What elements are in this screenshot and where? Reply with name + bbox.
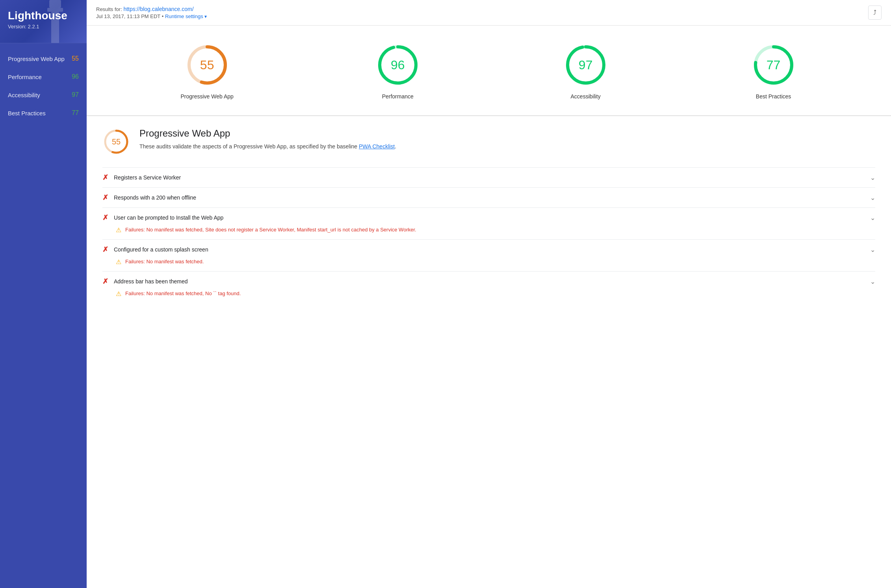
nav-item-label: Progressive Web App <box>8 55 65 62</box>
audit-title: Registers a Service Worker <box>114 174 181 181</box>
audit-left: ✗ Address bar has been themed <box>102 277 188 286</box>
pwa-description: These audits validate the aspects of a P… <box>139 142 396 151</box>
main-content: Results for: https://blog.calebnance.com… <box>87 0 891 588</box>
nav-item-score: 97 <box>72 91 79 98</box>
audit-row[interactable]: ✗ Address bar has been themed ⌄ <box>102 277 875 286</box>
pwa-section: 55 Progressive Web App These audits vali… <box>87 116 891 315</box>
warning-icon: ⚠ <box>116 290 121 298</box>
pwa-title-area: Progressive Web App These audits validat… <box>139 128 396 151</box>
audit-list: ✗ Registers a Service Worker ⌄ ✗ Respond… <box>102 167 875 303</box>
pwa-desc-text: These audits validate the aspects of a P… <box>139 143 357 150</box>
runtime-settings-link[interactable]: Runtime settings <box>165 13 203 19</box>
gauge-label: Best Practices <box>756 93 791 100</box>
header-date: Jul 13, 2017, 11:13 PM EDT <box>96 13 160 19</box>
share-icon: ⤴ <box>873 9 876 16</box>
chevron-down-icon: ⌄ <box>870 214 875 222</box>
nav-item-label: Accessibility <box>8 92 40 98</box>
failure-text: Failures: No manifest was fetched, Site … <box>125 226 416 234</box>
pwa-desc-end: . <box>395 143 396 150</box>
gauge-item: 97 Accessibility <box>562 41 609 100</box>
audit-left: ✗ Configured for a custom splash screen <box>102 245 208 254</box>
gauge-circle: 96 <box>374 41 421 89</box>
audit-item: ✗ Configured for a custom splash screen … <box>102 239 875 271</box>
audit-details: ⚠ Failures: No manifest was fetched. <box>116 258 875 266</box>
gauge-circle: 77 <box>750 41 797 89</box>
audit-left: ✗ Responds with a 200 when offline <box>102 193 196 202</box>
audit-left: ✗ Registers a Service Worker <box>102 173 181 182</box>
gauge-circle: 55 <box>184 41 231 89</box>
pwa-header: 55 Progressive Web App These audits vali… <box>102 128 875 155</box>
sidebar-header: Lighthouse Version: 2.2.1 <box>0 0 87 43</box>
gauge-score: 55 <box>200 58 214 72</box>
gauge-item: 55 Progressive Web App <box>180 41 233 100</box>
failure-text: Failures: No manifest was fetched. <box>125 258 204 266</box>
warning-icon: ⚠ <box>116 226 121 234</box>
gauge-circle: 97 <box>562 41 609 89</box>
sidebar: Lighthouse Version: 2.2.1 Progressive We… <box>0 0 87 588</box>
results-for-label: Results for: <box>96 6 122 12</box>
audit-title: Address bar has been themed <box>114 278 188 285</box>
sidebar-nav-item[interactable]: Performance96 <box>0 68 87 86</box>
header-separator: • <box>162 13 164 19</box>
pwa-mini-score: 55 <box>112 137 121 146</box>
header-bar: Results for: https://blog.calebnance.com… <box>87 0 891 26</box>
sidebar-nav: Progressive Web App55Performance96Access… <box>0 43 87 588</box>
audit-row[interactable]: ✗ Configured for a custom splash screen … <box>102 245 875 254</box>
audit-row[interactable]: ✗ Registers a Service Worker ⌄ <box>102 173 875 182</box>
pwa-checklist-link[interactable]: PWA Checklist <box>359 143 395 150</box>
fail-icon: ✗ <box>102 213 108 222</box>
audit-item: ✗ User can be prompted to Install the We… <box>102 207 875 239</box>
share-button[interactable]: ⤴ <box>868 6 882 20</box>
nav-item-score: 96 <box>72 73 79 80</box>
sidebar-nav-item[interactable]: Accessibility97 <box>0 86 87 104</box>
gauge-score: 96 <box>391 58 405 72</box>
sidebar-nav-item[interactable]: Progressive Web App55 <box>0 50 87 68</box>
audit-title: User can be prompted to Install the Web … <box>114 214 223 221</box>
nav-item-label: Performance <box>8 74 42 80</box>
gauge-label: Performance <box>382 93 414 100</box>
audit-item: ✗ Responds with a 200 when offline ⌄ <box>102 187 875 207</box>
svg-rect-0 <box>49 0 61 8</box>
audit-title: Configured for a custom splash screen <box>114 246 208 253</box>
audit-details: ⚠ Failures: No manifest was fetched, Sit… <box>116 226 875 234</box>
audit-item: ✗ Registers a Service Worker ⌄ <box>102 167 875 187</box>
runtime-chevron: ▾ <box>204 14 207 19</box>
header-meta: Jul 13, 2017, 11:13 PM EDT • Runtime set… <box>96 13 207 19</box>
gauge-score: 77 <box>767 58 781 72</box>
sidebar-nav-item[interactable]: Best Practices77 <box>0 104 87 122</box>
results-url[interactable]: https://blog.calebnance.com/ <box>123 6 193 12</box>
chevron-down-icon: ⌄ <box>870 174 875 181</box>
audit-left: ✗ User can be prompted to Install the We… <box>102 213 223 222</box>
fail-icon: ✗ <box>102 193 108 202</box>
gauge-item: 96 Performance <box>374 41 421 100</box>
gauge-item: 77 Best Practices <box>750 41 797 100</box>
fail-icon: ✗ <box>102 245 108 254</box>
gauge-label: Progressive Web App <box>180 93 233 100</box>
nav-item-label: Best Practices <box>8 110 46 116</box>
audit-item: ✗ Address bar has been themed ⌄ ⚠ Failur… <box>102 271 875 303</box>
gauges-section: 55 Progressive Web App 96 Performance 97… <box>87 26 891 116</box>
gauge-score: 97 <box>579 58 593 72</box>
chevron-down-icon: ⌄ <box>870 194 875 202</box>
warning-icon: ⚠ <box>116 258 121 266</box>
header-info: Results for: https://blog.calebnance.com… <box>96 6 207 19</box>
audit-row[interactable]: ✗ Responds with a 200 when offline ⌄ <box>102 193 875 202</box>
failure-text: Failures: No manifest was fetched, No ``… <box>125 290 241 298</box>
nav-item-score: 55 <box>72 55 79 62</box>
chevron-down-icon: ⌄ <box>870 278 875 285</box>
pwa-title: Progressive Web App <box>139 128 396 139</box>
app-version: Version: 2.2.1 <box>8 24 79 30</box>
audit-row[interactable]: ✗ User can be prompted to Install the We… <box>102 213 875 222</box>
chevron-down-icon: ⌄ <box>870 246 875 253</box>
fail-icon: ✗ <box>102 277 108 286</box>
fail-icon: ✗ <box>102 173 108 182</box>
pwa-mini-gauge: 55 <box>102 128 130 155</box>
audit-title: Responds with a 200 when offline <box>114 194 196 201</box>
audit-details: ⚠ Failures: No manifest was fetched, No … <box>116 290 875 298</box>
app-title: Lighthouse <box>8 9 79 22</box>
gauge-label: Accessibility <box>571 93 601 100</box>
nav-item-score: 77 <box>72 109 79 116</box>
